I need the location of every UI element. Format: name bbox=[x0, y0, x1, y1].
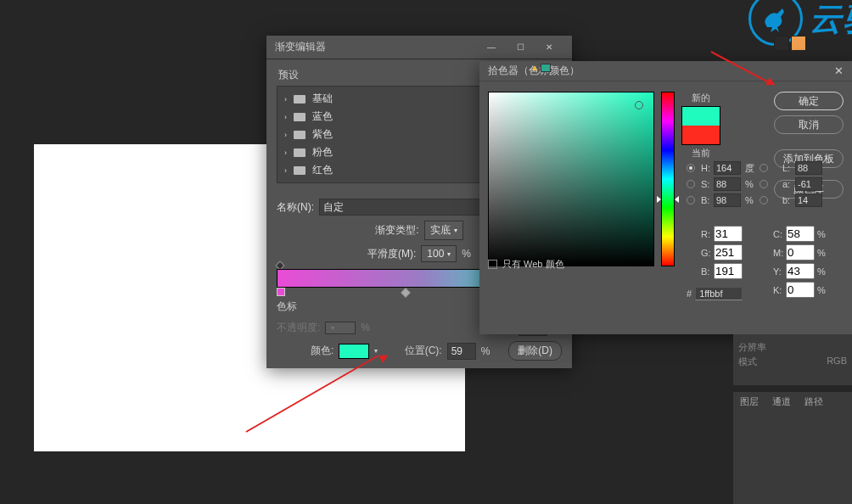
maximize-icon[interactable]: ☐ bbox=[506, 36, 535, 59]
web-only-checkbox-row: 只有 Web 颜色 bbox=[488, 258, 564, 271]
smoothness-input[interactable]: 100▾ bbox=[421, 245, 457, 262]
dialog-titlebar[interactable]: 渐变编辑器 — ☐ ✕ bbox=[266, 36, 572, 59]
web-only-label: 只有 Web 颜色 bbox=[502, 258, 564, 271]
s-radio[interactable] bbox=[687, 180, 695, 188]
m-label: M: bbox=[773, 248, 783, 258]
c-input[interactable] bbox=[786, 226, 815, 242]
preset-label: 预设 bbox=[278, 68, 299, 82]
r-label: R: bbox=[701, 229, 711, 239]
position-c-label: 位置(C): bbox=[405, 344, 442, 358]
g-label: G: bbox=[701, 248, 711, 258]
bv-input[interactable] bbox=[714, 193, 741, 207]
smooth-value: 100 bbox=[427, 248, 444, 260]
c-label: C: bbox=[773, 229, 783, 239]
percent-unit: % bbox=[481, 345, 490, 357]
midpoint-stop[interactable] bbox=[401, 288, 410, 297]
new-color-swatch bbox=[682, 107, 720, 126]
chevron-right-icon: › bbox=[284, 166, 287, 175]
s-input[interactable] bbox=[714, 177, 741, 191]
b2-radio[interactable] bbox=[760, 196, 768, 204]
chevron-right-icon: › bbox=[284, 95, 287, 104]
folder-icon bbox=[294, 113, 305, 121]
gamut-warning-icon[interactable]: ▲ bbox=[530, 63, 539, 72]
hex-input[interactable] bbox=[695, 287, 743, 300]
color-picker-dialog: 拾色器（色标颜色） ✕ 新的 当前 ▲ 只有 Web 颜色 确定 bbox=[479, 61, 852, 334]
color-swatch-button[interactable] bbox=[339, 344, 369, 359]
a-input[interactable] bbox=[795, 177, 822, 191]
percent-unit: % bbox=[361, 322, 370, 333]
hex-prefix: # bbox=[687, 288, 692, 299]
color-field[interactable] bbox=[488, 92, 654, 266]
name-label: 名称(N): bbox=[277, 200, 314, 215]
b2-label: b: bbox=[782, 195, 793, 205]
k-input[interactable] bbox=[786, 282, 815, 298]
preset-label-text: 粉色 bbox=[312, 145, 333, 160]
y-input[interactable] bbox=[786, 263, 815, 279]
preset-label-text: 紫色 bbox=[312, 127, 333, 142]
folder-icon bbox=[294, 95, 305, 104]
smooth-label: 平滑度(M): bbox=[367, 247, 416, 261]
tab-channels[interactable]: 通道 bbox=[765, 392, 798, 412]
s-label: S: bbox=[701, 179, 711, 189]
info-panel: 分辨率 模式RGB bbox=[733, 334, 852, 385]
close-icon[interactable]: ✕ bbox=[834, 64, 844, 77]
preset-label-text: 基础 bbox=[312, 92, 333, 106]
tab-paths[interactable]: 路径 bbox=[798, 392, 830, 412]
folder-icon bbox=[294, 166, 305, 175]
background-swatch[interactable] bbox=[791, 36, 806, 51]
minimize-icon[interactable]: — bbox=[477, 36, 506, 59]
ok-button[interactable]: 确定 bbox=[774, 92, 844, 110]
dialog-title-text: 渐变编辑器 bbox=[275, 40, 326, 54]
tab-layers[interactable]: 图层 bbox=[733, 392, 765, 412]
folder-icon bbox=[294, 148, 305, 157]
percent-unit: % bbox=[817, 266, 829, 277]
a-radio[interactable] bbox=[760, 180, 768, 188]
chevron-right-icon: › bbox=[284, 148, 287, 157]
percent-unit: % bbox=[745, 179, 757, 189]
chevron-right-icon: › bbox=[284, 131, 287, 139]
percent-unit: % bbox=[745, 195, 757, 205]
close-icon[interactable]: ✕ bbox=[535, 36, 563, 59]
new-color-label: 新的 bbox=[692, 92, 710, 104]
gradient-type-select[interactable]: 实底▾ bbox=[424, 221, 463, 240]
blue-label: B: bbox=[701, 266, 711, 277]
l-input[interactable] bbox=[795, 161, 822, 175]
color-position-input[interactable] bbox=[447, 343, 476, 360]
h-input[interactable] bbox=[714, 161, 741, 175]
bv-label: B: bbox=[701, 195, 711, 205]
gamut-swatch[interactable] bbox=[541, 64, 551, 72]
foreground-swatch[interactable] bbox=[774, 36, 789, 51]
percent-unit: % bbox=[817, 285, 829, 295]
folder-icon bbox=[294, 131, 305, 139]
r-input[interactable] bbox=[714, 226, 743, 242]
b-radio[interactable] bbox=[687, 196, 695, 204]
delete-stop-button[interactable]: 删除(D) bbox=[508, 341, 562, 361]
opacity-label: 不透明度: bbox=[277, 321, 320, 335]
a-label: a: bbox=[782, 179, 793, 189]
g-input[interactable] bbox=[714, 244, 743, 260]
mode-value: RGB bbox=[827, 356, 847, 368]
opacity-input: ▾ bbox=[325, 322, 356, 334]
chevron-down-icon: ▾ bbox=[447, 250, 451, 258]
hue-radio[interactable] bbox=[687, 164, 695, 172]
chevron-down-icon: ▾ bbox=[454, 227, 457, 234]
percent-unit: % bbox=[462, 248, 471, 260]
percent-unit: % bbox=[817, 248, 829, 258]
current-color-label: 当前 bbox=[692, 147, 710, 160]
h-label: H: bbox=[701, 163, 711, 173]
mode-label: 模式 bbox=[738, 356, 757, 368]
chevron-down-icon: ▾ bbox=[331, 324, 334, 332]
b2-input[interactable] bbox=[795, 193, 822, 207]
hue-indicator-right-icon bbox=[675, 196, 679, 203]
cancel-button[interactable]: 取消 bbox=[774, 115, 844, 134]
hue-slider[interactable] bbox=[661, 92, 675, 266]
chevron-down-icon[interactable]: ▾ bbox=[374, 347, 378, 355]
blue-input[interactable] bbox=[714, 263, 743, 279]
m-input[interactable] bbox=[786, 244, 815, 260]
percent-unit: % bbox=[817, 229, 829, 239]
current-color-swatch[interactable] bbox=[682, 126, 720, 144]
color-cursor-icon bbox=[635, 101, 643, 109]
web-only-checkbox[interactable] bbox=[488, 260, 497, 269]
color-stop-left[interactable] bbox=[277, 288, 285, 296]
l-radio[interactable] bbox=[760, 164, 768, 172]
